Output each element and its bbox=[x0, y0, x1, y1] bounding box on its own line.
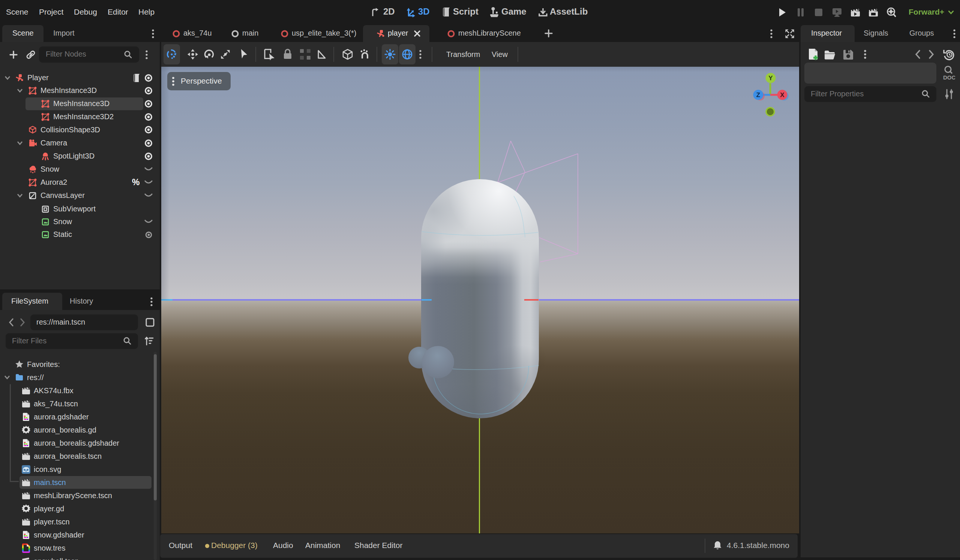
svg-text:Z: Z bbox=[756, 91, 760, 99]
svg-text:X: X bbox=[780, 91, 784, 99]
svg-text:DOC: DOC bbox=[943, 74, 955, 81]
svg-text:Y: Y bbox=[768, 75, 773, 82]
